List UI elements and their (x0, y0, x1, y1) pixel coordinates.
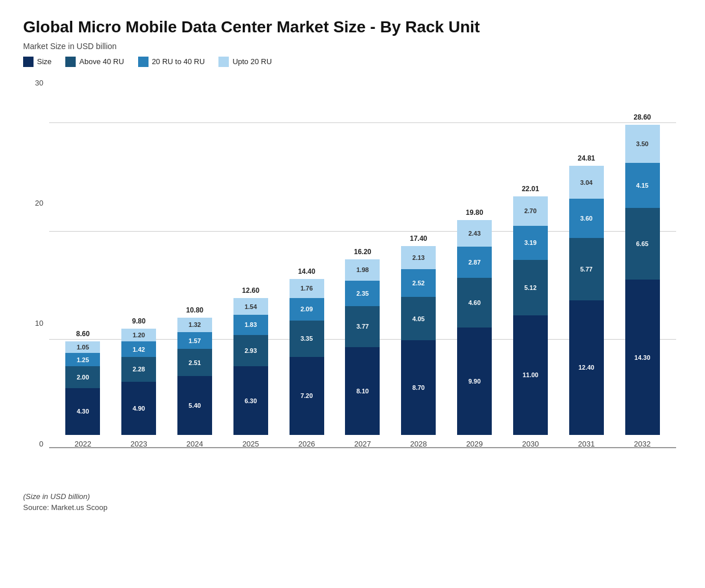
footer-note: (Size in USD billion) (23, 492, 682, 501)
bar-stack: 12.606.302.931.831.54 (233, 298, 268, 434)
bar-group: 9.804.902.281.421.202023 (121, 329, 156, 448)
x-axis-label: 2028 (410, 440, 427, 448)
bar-group: 17.408.704.052.522.132028 (401, 246, 436, 448)
legend-label: 20 RU to 40 RU (152, 57, 205, 66)
bar-segment: 3.77 (345, 306, 380, 347)
segment-label: 2.70 (524, 207, 536, 214)
bar-segment: 4.15 (625, 163, 660, 208)
bar-segment: 1.76 (290, 279, 324, 298)
bar-group: 19.809.904.602.872.432029 (457, 220, 492, 448)
y-axis-label: 30 (35, 79, 43, 87)
chart-inner: 8.604.302.001.251.0520229.804.902.281.42… (49, 79, 676, 448)
bar-segment: 1.98 (345, 259, 380, 281)
legend-color (23, 57, 34, 67)
bar-group: 8.604.302.001.251.052022 (65, 341, 100, 448)
legend-color (65, 57, 76, 67)
segment-label: 1.25 (77, 356, 89, 363)
legend-color (138, 57, 149, 67)
chart-title: Global Micro Mobile Data Center Market S… (23, 17, 682, 37)
x-axis-label: 2027 (354, 440, 371, 448)
bar-segment: 1.42 (121, 341, 156, 357)
bar-segment: 1.54 (233, 298, 268, 315)
bar-segment: 11.00 (513, 315, 548, 434)
segment-label: 4.05 (413, 315, 425, 322)
bar-total-label: 14.40 (298, 267, 316, 276)
bar-group: 22.0111.005.123.192.702030 (513, 196, 548, 448)
y-axis-label: 20 (35, 199, 43, 207)
segment-label: 2.13 (413, 254, 425, 261)
bar-stack: 24.8112.405.773.603.04 (569, 166, 604, 434)
segment-label: 4.30 (77, 408, 89, 415)
bar-segment: 1.05 (65, 341, 100, 353)
bar-group: 14.407.203.352.091.762026 (290, 279, 324, 448)
legend-label: Upto 20 RU (232, 57, 272, 66)
bar-segment: 3.19 (513, 226, 548, 260)
bar-segment: 14.30 (625, 280, 660, 434)
y-axis: 0102030 (23, 79, 43, 448)
bar-group: 24.8112.405.773.603.042031 (569, 166, 604, 448)
bar-group: 28.6014.306.654.153.502032 (625, 125, 660, 448)
bar-segment: 5.77 (569, 238, 604, 300)
bar-segment: 2.09 (290, 298, 324, 321)
bar-total-label: 24.81 (578, 154, 595, 162)
segment-label: 8.70 (413, 384, 425, 391)
segment-label: 2.35 (357, 290, 369, 297)
bar-segment: 4.60 (457, 278, 492, 328)
bar-segment: 12.40 (569, 300, 604, 435)
segment-label: 4.15 (636, 182, 648, 189)
x-axis-label: 2022 (75, 440, 91, 448)
x-axis-label: 2026 (298, 440, 315, 448)
legend-item: Upto 20 RU (218, 57, 272, 67)
segment-label: 5.40 (188, 402, 201, 409)
bar-total-label: 16.20 (354, 248, 371, 256)
bar-segment: 3.50 (625, 125, 660, 163)
bar-segment: 4.05 (401, 297, 436, 341)
legend-item: Size (23, 57, 51, 67)
bar-segment: 2.43 (457, 220, 492, 247)
segment-label: 2.93 (244, 347, 257, 354)
segment-label: 1.83 (244, 321, 257, 328)
legend-item: Above 40 RU (65, 57, 124, 67)
bar-segment: 1.25 (65, 353, 100, 366)
bar-group: 12.606.302.931.831.542025 (233, 298, 268, 448)
bar-segment: 2.35 (345, 281, 380, 306)
bar-stack: 14.407.203.352.091.76 (290, 279, 324, 435)
bar-segment: 9.90 (457, 328, 492, 435)
bar-stack: 19.809.904.602.872.43 (457, 220, 492, 434)
bar-segment: 2.87 (457, 247, 492, 278)
chart-subtitle: Market Size in USD billion (23, 42, 682, 51)
x-axis-label: 2031 (578, 440, 595, 448)
bar-segment: 6.65 (625, 208, 660, 280)
segment-label: 1.57 (188, 337, 201, 344)
segment-label: 9.90 (468, 378, 480, 385)
bar-segment: 5.12 (513, 260, 548, 315)
bar-total-label: 28.60 (634, 113, 651, 121)
segment-label: 4.90 (133, 405, 145, 412)
bar-total-label: 12.60 (242, 286, 259, 295)
segment-label: 2.52 (413, 280, 425, 286)
legend-label: Above 40 RU (79, 57, 124, 66)
bar-segment: 2.13 (401, 246, 436, 269)
y-axis-label: 10 (35, 319, 43, 328)
bar-stack: 28.6014.306.654.153.50 (625, 125, 660, 434)
bar-segment: 1.57 (177, 332, 212, 349)
segment-label: 6.30 (244, 397, 257, 404)
bar-segment: 3.60 (569, 199, 604, 238)
bar-segment: 1.20 (121, 329, 156, 342)
segment-label: 8.10 (357, 388, 369, 395)
bar-segment: 2.93 (233, 335, 268, 367)
bar-group: 16.208.103.772.351.982027 (345, 259, 380, 448)
legend-label: Size (37, 57, 51, 66)
bar-segment: 2.52 (401, 269, 436, 296)
bar-segment: 1.83 (233, 315, 268, 334)
segment-label: 12.40 (578, 364, 595, 371)
segment-label: 2.87 (468, 259, 480, 266)
bar-stack: 9.804.902.281.421.20 (121, 329, 156, 435)
bar-total-label: 10.80 (186, 306, 203, 314)
segment-label: 1.98 (357, 266, 369, 273)
segment-label: 3.04 (580, 179, 592, 186)
segment-label: 5.77 (580, 266, 592, 273)
segment-label: 3.35 (300, 335, 313, 342)
bar-total-label: 8.60 (76, 330, 90, 338)
bar-stack: 16.208.103.772.351.98 (345, 259, 380, 435)
